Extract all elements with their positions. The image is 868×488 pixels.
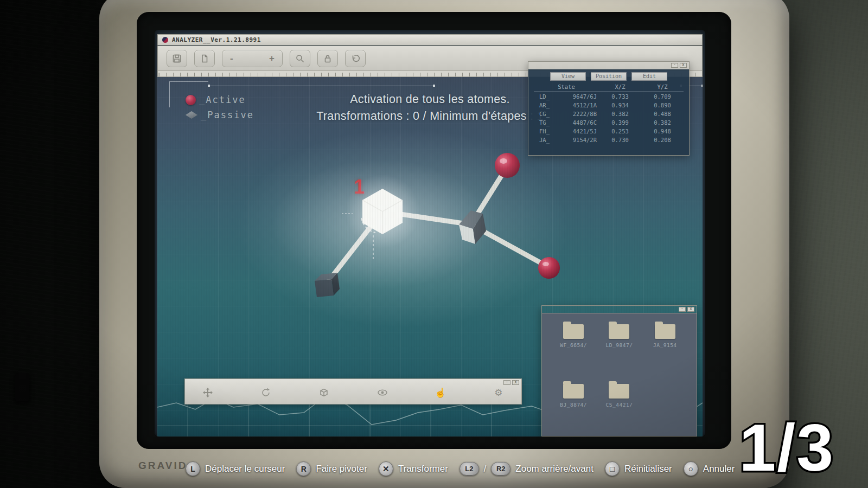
table-row: JA_9154/2R 0.730 0.208 <box>534 136 684 144</box>
table-tabs: View Position Edit <box>534 72 684 81</box>
close-button[interactable]: x <box>687 307 694 312</box>
left-stick-icon: L <box>186 461 200 476</box>
hint-label: Zoom arrière/avant <box>515 464 593 474</box>
folder-icon <box>609 384 629 399</box>
close-button[interactable]: x <box>680 63 687 68</box>
minimize-button[interactable]: - <box>679 307 686 312</box>
puzzle-progress-indicator: 1/3 <box>739 418 834 478</box>
active-atom-sphere-bottom[interactable] <box>538 257 560 279</box>
row-xz: 0.399 <box>599 118 641 127</box>
app-title: ANALYZER__Ver.1.21.8991 <box>172 36 261 43</box>
row-id: JA_ <box>539 136 550 144</box>
tab-position[interactable]: Position <box>591 72 627 81</box>
row-yz: 0.709 <box>641 92 684 101</box>
cube-tool-icon[interactable] <box>317 386 330 399</box>
search-button[interactable] <box>290 50 310 67</box>
hand-tool-icon[interactable]: ☝ <box>434 386 447 399</box>
active-atom-sphere-top[interactable] <box>495 153 520 178</box>
tool-palette-controls: - x <box>503 380 519 385</box>
table-row: LD_9647/6J 0.733 0.709 <box>534 92 684 101</box>
app-logo-icon <box>162 37 168 43</box>
hint-zoom: L2 / R2 Zoom arrière/avant <box>459 462 593 476</box>
folder-item[interactable]: WF_6654/ <box>551 324 596 376</box>
folder-icon <box>655 324 675 339</box>
zoom-control[interactable]: - + <box>222 50 283 67</box>
folder-item[interactable]: LD_9847/ <box>596 324 642 376</box>
row-state: 4512/1A <box>573 101 597 110</box>
hint-label: Faire pivoter <box>316 464 367 474</box>
hint-reset: □ Réinitialiser <box>605 461 672 476</box>
folder-label: LD_9847/ <box>606 342 633 348</box>
visibility-tool-icon[interactable] <box>376 386 389 399</box>
hint-transform: ✕ Transformer <box>379 461 448 476</box>
table-row: FH_4421/5J 0.253 0.948 <box>534 127 684 136</box>
minimize-button[interactable]: - <box>671 63 678 68</box>
table-header: State X/Z Y/Z <box>534 84 684 92</box>
row-id: CG_ <box>539 110 550 118</box>
reset-view-button[interactable] <box>345 50 366 67</box>
row-state: 2222/8B <box>573 110 597 118</box>
square-button-icon: □ <box>605 461 620 476</box>
new-file-button[interactable] <box>194 50 215 67</box>
zoom-out-button[interactable]: - <box>230 53 233 64</box>
folder-item[interactable]: JA_9154 <box>642 324 688 376</box>
folder-label: WF_6654/ <box>560 342 587 348</box>
zoom-in-button[interactable]: + <box>269 53 275 64</box>
row-yz: 0.948 <box>641 127 684 136</box>
right-stick-icon: R <box>296 461 311 476</box>
close-button[interactable]: x <box>512 380 519 385</box>
cross-button-icon: ✕ <box>379 461 393 476</box>
folder-icon <box>563 384 584 399</box>
table-row: CG_2222/8B 0.382 0.488 <box>534 110 684 118</box>
hint-cancel: ○ Annuler <box>684 461 735 476</box>
row-state: 9647/6J <box>573 92 597 101</box>
folder-window-body: WF_6654/ LD_9847/ JA_9154 BJ_8874/ CS_44… <box>542 313 697 436</box>
wall-fixture <box>15 373 29 401</box>
passive-atom-cube-junction[interactable] <box>459 210 486 244</box>
row-yz: 0.890 <box>641 101 684 110</box>
row-yz: 0.208 <box>641 136 684 144</box>
rotate-tool-icon[interactable] <box>259 386 272 399</box>
settings-gear-icon[interactable]: ⚙ <box>492 386 505 399</box>
row-yz: 0.382 <box>641 118 684 127</box>
folder-window[interactable]: - x WF_6654/ LD_9847/ JA_9154 B <box>541 305 697 436</box>
table-window-titlebar: - x <box>528 62 689 69</box>
tab-edit[interactable]: Edit <box>631 72 667 81</box>
state-table-window[interactable]: - x View Position Edit State X/Z Y/Z LD_… <box>528 61 690 156</box>
folder-item[interactable]: BJ_8874/ <box>551 384 596 436</box>
row-state: 4421/5J <box>573 127 597 136</box>
folder-label: CS_4421/ <box>606 402 633 408</box>
table-window-body: View Position Edit State X/Z Y/Z LD_9647… <box>528 69 689 155</box>
save-button[interactable] <box>167 50 187 67</box>
row-xz: 0.253 <box>599 127 641 136</box>
row-id: FH_ <box>539 127 550 136</box>
row-state: 9154/2R <box>573 136 597 144</box>
hint-rotate: R Faire pivoter <box>296 461 367 476</box>
lock-button[interactable] <box>317 50 338 67</box>
passive-atom-cube-left[interactable] <box>315 273 340 297</box>
folder-label: BJ_8874/ <box>560 402 587 408</box>
hint-label: Annuler <box>703 464 735 474</box>
column-state: State <box>534 84 599 92</box>
lock-icon <box>322 53 333 64</box>
selected-atom-number: 1 <box>354 176 365 198</box>
r2-button-icon: R2 <box>491 462 510 476</box>
move-tool-icon[interactable] <box>201 386 214 399</box>
row-id: TG_ <box>539 118 550 127</box>
row-yz: 0.488 <box>641 110 684 118</box>
hint-label: Réinitialiser <box>624 464 672 474</box>
tool-palette-icons: ☝ ⚙ <box>201 384 505 401</box>
tool-palette-window[interactable]: - x ☝ ⚙ <box>184 378 522 404</box>
tab-view[interactable]: View <box>550 72 586 81</box>
magnifier-icon <box>295 53 305 64</box>
controller-hints-bar: L Déplacer le curseur R Faire pivoter ✕ … <box>186 461 735 476</box>
hint-label: Transformer <box>398 464 448 474</box>
column-yz: Y/Z <box>641 84 684 92</box>
folder-window-titlebar: - x <box>542 306 697 313</box>
row-id: AR_ <box>539 101 550 110</box>
game-scene: GRAVIDA ANALYZER__Ver.1.21.8991 - + <box>0 0 868 488</box>
l2-button-icon: L2 <box>459 462 479 476</box>
folder-item[interactable]: CS_4421/ <box>596 384 642 436</box>
circle-button-icon: ○ <box>684 461 698 476</box>
folder-icon <box>609 324 629 339</box>
